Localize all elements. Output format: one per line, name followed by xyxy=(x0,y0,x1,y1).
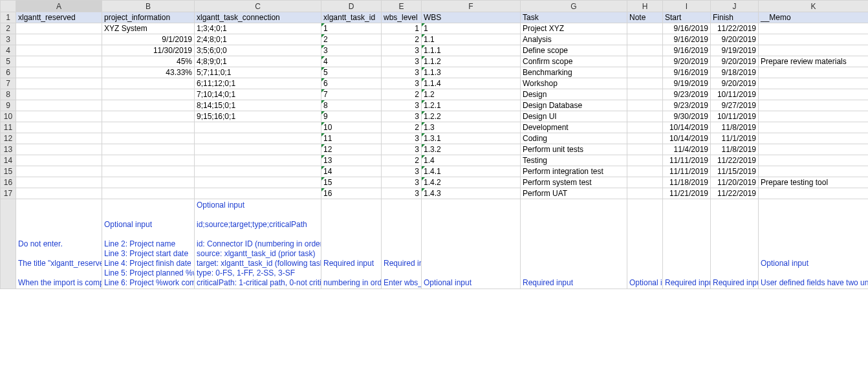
cell[interactable] xyxy=(759,67,869,78)
cell[interactable]: 13 xyxy=(321,155,382,166)
cell[interactable] xyxy=(759,122,869,133)
cell[interactable] xyxy=(759,89,869,100)
cell[interactable]: 9/20/2019 xyxy=(711,78,759,89)
cell[interactable] xyxy=(102,177,195,188)
cell[interactable]: 1 xyxy=(321,23,382,34)
cell[interactable] xyxy=(759,188,869,199)
cell[interactable]: 11 xyxy=(321,133,382,144)
cell[interactable]: 9/23/2019 xyxy=(663,89,711,100)
cell[interactable] xyxy=(102,111,195,122)
cell[interactable]: 2 xyxy=(382,34,422,45)
cell[interactable]: 11/4/2019 xyxy=(663,144,711,155)
cell[interactable] xyxy=(102,122,195,133)
cell[interactable]: 9/16/2019 xyxy=(663,23,711,34)
cell[interactable]: 10/11/2019 xyxy=(711,111,759,122)
cell-E1[interactable]: wbs_level xyxy=(382,12,422,23)
cell[interactable] xyxy=(102,144,195,155)
row-header[interactable]: 13 xyxy=(1,144,16,155)
cell[interactable]: Workshop xyxy=(521,78,627,89)
instructions-F[interactable]: Optional input xyxy=(422,199,521,289)
col-header-J[interactable]: J xyxy=(711,1,759,12)
cell[interactable] xyxy=(102,100,195,111)
cell[interactable] xyxy=(102,78,195,89)
cell[interactable]: Design xyxy=(521,89,627,100)
instructions-A[interactable]: Do not enter.The title "xlgantt_reserved… xyxy=(16,199,102,289)
cell[interactable]: 7;10;14;0;1 xyxy=(195,89,321,100)
instructions-B[interactable]: Optional inputLine 2: Project nameLine 3… xyxy=(102,199,195,289)
cell[interactable]: 10/14/2019 xyxy=(663,133,711,144)
cell-K1[interactable]: __Memo xyxy=(759,12,869,23)
cell[interactable]: 1.4.3 xyxy=(422,188,521,199)
cell[interactable]: Development xyxy=(521,122,627,133)
cell[interactable]: 9/23/2019 xyxy=(663,100,711,111)
cell[interactable]: 1.3.2 xyxy=(422,144,521,155)
col-header-D[interactable]: D xyxy=(321,1,382,12)
cell[interactable]: 3 xyxy=(382,56,422,67)
cell[interactable]: 5 xyxy=(321,67,382,78)
cell[interactable]: 3 xyxy=(382,78,422,89)
cell[interactable] xyxy=(627,177,663,188)
cell[interactable]: 15 xyxy=(321,177,382,188)
select-all-corner[interactable] xyxy=(1,1,16,12)
cell[interactable]: 11/22/2019 xyxy=(711,188,759,199)
cell[interactable]: Perform unit tests xyxy=(521,144,627,155)
cell[interactable]: 9/1/2019 xyxy=(102,34,195,45)
cell[interactable]: 14 xyxy=(321,166,382,177)
cell[interactable]: 3 xyxy=(382,177,422,188)
cell[interactable]: 11/11/2019 xyxy=(663,166,711,177)
cell[interactable]: 9/20/2019 xyxy=(663,56,711,67)
cell[interactable]: 1.2 xyxy=(422,89,521,100)
cell-A1[interactable]: xlgantt_reserved xyxy=(16,12,102,23)
cell[interactable] xyxy=(102,188,195,199)
cell[interactable] xyxy=(16,111,102,122)
cell[interactable]: 3 xyxy=(382,166,422,177)
cell-F1[interactable]: WBS xyxy=(422,12,521,23)
cell[interactable]: 3 xyxy=(382,100,422,111)
cell[interactable] xyxy=(16,188,102,199)
cell[interactable]: Benchmarking xyxy=(521,67,627,78)
cell[interactable]: Prepare review materials xyxy=(759,56,869,67)
cell[interactable]: Prepare testing tool xyxy=(759,177,869,188)
cell[interactable]: 16 xyxy=(321,188,382,199)
row-header[interactable]: 6 xyxy=(1,67,16,78)
cell[interactable] xyxy=(195,188,321,199)
cell[interactable]: 2 xyxy=(321,34,382,45)
cell[interactable] xyxy=(759,23,869,34)
cell[interactable]: 11/22/2019 xyxy=(711,23,759,34)
row-header[interactable]: 15 xyxy=(1,166,16,177)
cell[interactable]: 11/1/2019 xyxy=(711,133,759,144)
row-header[interactable]: 8 xyxy=(1,89,16,100)
cell[interactable] xyxy=(627,100,663,111)
cell[interactable]: 9/18/2019 xyxy=(711,67,759,78)
col-header-I[interactable]: I xyxy=(663,1,711,12)
cell[interactable]: 3 xyxy=(382,111,422,122)
cell[interactable] xyxy=(759,34,869,45)
cell[interactable] xyxy=(195,155,321,166)
cell[interactable]: 2 xyxy=(382,122,422,133)
cell[interactable]: 10 xyxy=(321,122,382,133)
cell[interactable] xyxy=(759,144,869,155)
instructions-I[interactable]: Required input xyxy=(663,199,711,289)
instructions-D[interactable]: Required inputnumbering in order xyxy=(321,199,382,289)
cell[interactable]: 9/30/2019 xyxy=(663,111,711,122)
cell[interactable] xyxy=(16,155,102,166)
cell[interactable] xyxy=(759,133,869,144)
cell[interactable]: 1.3.1 xyxy=(422,133,521,144)
cell[interactable]: 10/11/2019 xyxy=(711,89,759,100)
cell[interactable] xyxy=(16,56,102,67)
cell[interactable] xyxy=(627,45,663,56)
cell[interactable]: 9/16/2019 xyxy=(663,34,711,45)
cell[interactable] xyxy=(627,34,663,45)
row-header[interactable]: 4 xyxy=(1,45,16,56)
cell[interactable] xyxy=(102,89,195,100)
col-header-K[interactable]: K xyxy=(759,1,869,12)
col-header-A[interactable]: A xyxy=(16,1,102,12)
cell[interactable]: 11/15/2019 xyxy=(711,166,759,177)
cell[interactable] xyxy=(627,188,663,199)
cell-C1[interactable]: xlgantt_task_connection xyxy=(195,12,321,23)
cell[interactable]: Perform UAT xyxy=(521,188,627,199)
cell[interactable]: Project XYZ xyxy=(521,23,627,34)
cell[interactable]: 2 xyxy=(382,89,422,100)
cell[interactable]: Coding xyxy=(521,133,627,144)
cell-D1[interactable]: xlgantt_task_id xyxy=(321,12,382,23)
